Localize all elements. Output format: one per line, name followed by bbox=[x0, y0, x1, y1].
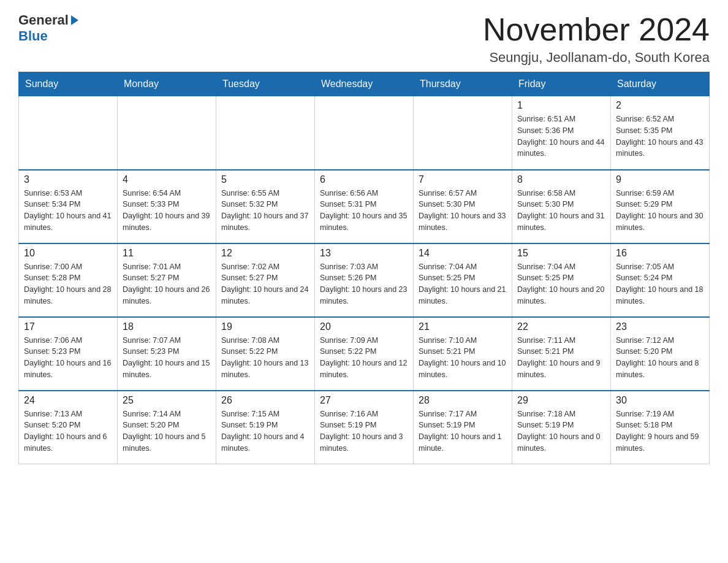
day-sun-info: Sunrise: 6:55 AM Sunset: 5:32 PM Dayligh… bbox=[221, 188, 309, 234]
day-of-week-header: Friday bbox=[512, 72, 611, 96]
logo: General Blue bbox=[18, 12, 78, 44]
day-number: 28 bbox=[419, 395, 507, 406]
calendar-cell: 19Sunrise: 7:08 AM Sunset: 5:22 PM Dayli… bbox=[216, 317, 315, 391]
day-sun-info: Sunrise: 7:15 AM Sunset: 5:19 PM Dayligh… bbox=[221, 408, 309, 454]
logo-arrow-icon bbox=[71, 15, 78, 25]
calendar-cell bbox=[315, 96, 414, 170]
calendar-cell: 22Sunrise: 7:11 AM Sunset: 5:21 PM Dayli… bbox=[512, 317, 611, 391]
day-sun-info: Sunrise: 7:01 AM Sunset: 5:27 PM Dayligh… bbox=[123, 261, 211, 307]
day-number: 18 bbox=[123, 321, 211, 332]
day-number: 2 bbox=[616, 100, 704, 111]
calendar-cell: 17Sunrise: 7:06 AM Sunset: 5:23 PM Dayli… bbox=[19, 317, 118, 391]
calendar-cell: 8Sunrise: 6:58 AM Sunset: 5:30 PM Daylig… bbox=[512, 170, 611, 243]
day-of-week-header: Tuesday bbox=[216, 72, 315, 96]
calendar-header-row: SundayMondayTuesdayWednesdayThursdayFrid… bbox=[19, 72, 710, 96]
day-sun-info: Sunrise: 7:13 AM Sunset: 5:20 PM Dayligh… bbox=[24, 408, 112, 454]
month-title: November 2024 bbox=[483, 12, 710, 47]
day-number: 22 bbox=[517, 321, 605, 332]
logo-text: General bbox=[18, 12, 78, 28]
day-sun-info: Sunrise: 7:00 AM Sunset: 5:28 PM Dayligh… bbox=[24, 261, 112, 307]
day-number: 24 bbox=[24, 395, 112, 406]
day-of-week-header: Saturday bbox=[611, 72, 710, 96]
title-section: November 2024 Seungju, Jeollanam-do, Sou… bbox=[483, 12, 710, 66]
calendar-cell: 26Sunrise: 7:15 AM Sunset: 5:19 PM Dayli… bbox=[216, 391, 315, 464]
day-sun-info: Sunrise: 6:53 AM Sunset: 5:34 PM Dayligh… bbox=[24, 188, 112, 234]
calendar-cell: 30Sunrise: 7:19 AM Sunset: 5:18 PM Dayli… bbox=[611, 391, 710, 464]
calendar-cell: 4Sunrise: 6:54 AM Sunset: 5:33 PM Daylig… bbox=[118, 170, 216, 243]
day-sun-info: Sunrise: 7:12 AM Sunset: 5:20 PM Dayligh… bbox=[616, 335, 704, 381]
day-number: 15 bbox=[517, 248, 605, 259]
day-sun-info: Sunrise: 6:58 AM Sunset: 5:30 PM Dayligh… bbox=[517, 188, 605, 234]
day-sun-info: Sunrise: 6:51 AM Sunset: 5:36 PM Dayligh… bbox=[517, 113, 605, 159]
day-number: 20 bbox=[320, 321, 408, 332]
calendar-cell bbox=[118, 96, 216, 170]
day-sun-info: Sunrise: 7:09 AM Sunset: 5:22 PM Dayligh… bbox=[320, 335, 408, 381]
day-number: 12 bbox=[221, 248, 309, 259]
calendar-cell bbox=[414, 96, 512, 170]
calendar-cell: 23Sunrise: 7:12 AM Sunset: 5:20 PM Dayli… bbox=[611, 317, 710, 391]
calendar-cell: 14Sunrise: 7:04 AM Sunset: 5:25 PM Dayli… bbox=[414, 243, 512, 317]
calendar-cell: 3Sunrise: 6:53 AM Sunset: 5:34 PM Daylig… bbox=[19, 170, 118, 243]
day-sun-info: Sunrise: 6:52 AM Sunset: 5:35 PM Dayligh… bbox=[616, 113, 704, 159]
day-number: 3 bbox=[24, 174, 112, 185]
calendar-table: SundayMondayTuesdayWednesdayThursdayFrid… bbox=[18, 72, 710, 464]
day-sun-info: Sunrise: 7:19 AM Sunset: 5:18 PM Dayligh… bbox=[616, 408, 704, 454]
calendar-week-row: 1Sunrise: 6:51 AM Sunset: 5:36 PM Daylig… bbox=[19, 96, 710, 170]
day-number: 23 bbox=[616, 321, 704, 332]
day-sun-info: Sunrise: 7:03 AM Sunset: 5:26 PM Dayligh… bbox=[320, 261, 408, 307]
day-number: 7 bbox=[419, 174, 507, 185]
day-number: 4 bbox=[123, 174, 211, 185]
day-sun-info: Sunrise: 7:04 AM Sunset: 5:25 PM Dayligh… bbox=[517, 261, 605, 307]
calendar-cell: 21Sunrise: 7:10 AM Sunset: 5:21 PM Dayli… bbox=[414, 317, 512, 391]
calendar-cell: 10Sunrise: 7:00 AM Sunset: 5:28 PM Dayli… bbox=[19, 243, 118, 317]
page-header: General Blue November 2024 Seungju, Jeol… bbox=[18, 12, 710, 66]
day-number: 13 bbox=[320, 248, 408, 259]
location-title: Seungju, Jeollanam-do, South Korea bbox=[483, 50, 710, 66]
day-number: 30 bbox=[616, 395, 704, 406]
calendar-cell: 24Sunrise: 7:13 AM Sunset: 5:20 PM Dayli… bbox=[19, 391, 118, 464]
calendar-week-row: 3Sunrise: 6:53 AM Sunset: 5:34 PM Daylig… bbox=[19, 170, 710, 243]
day-number: 17 bbox=[24, 321, 112, 332]
calendar-week-row: 17Sunrise: 7:06 AM Sunset: 5:23 PM Dayli… bbox=[19, 317, 710, 391]
day-number: 21 bbox=[419, 321, 507, 332]
calendar-week-row: 10Sunrise: 7:00 AM Sunset: 5:28 PM Dayli… bbox=[19, 243, 710, 317]
day-of-week-header: Monday bbox=[118, 72, 216, 96]
day-of-week-header: Thursday bbox=[414, 72, 512, 96]
logo-blue-label: Blue bbox=[18, 28, 48, 44]
calendar-cell: 16Sunrise: 7:05 AM Sunset: 5:24 PM Dayli… bbox=[611, 243, 710, 317]
day-number: 6 bbox=[320, 174, 408, 185]
day-sun-info: Sunrise: 7:14 AM Sunset: 5:20 PM Dayligh… bbox=[123, 408, 211, 454]
day-number: 19 bbox=[221, 321, 309, 332]
day-sun-info: Sunrise: 7:04 AM Sunset: 5:25 PM Dayligh… bbox=[419, 261, 507, 307]
day-sun-info: Sunrise: 7:02 AM Sunset: 5:27 PM Dayligh… bbox=[221, 261, 309, 307]
day-number: 25 bbox=[123, 395, 211, 406]
calendar-cell: 11Sunrise: 7:01 AM Sunset: 5:27 PM Dayli… bbox=[118, 243, 216, 317]
calendar-cell: 2Sunrise: 6:52 AM Sunset: 5:35 PM Daylig… bbox=[611, 96, 710, 170]
day-sun-info: Sunrise: 7:18 AM Sunset: 5:19 PM Dayligh… bbox=[517, 408, 605, 454]
day-sun-info: Sunrise: 7:06 AM Sunset: 5:23 PM Dayligh… bbox=[24, 335, 112, 381]
day-sun-info: Sunrise: 7:07 AM Sunset: 5:23 PM Dayligh… bbox=[123, 335, 211, 381]
day-sun-info: Sunrise: 7:05 AM Sunset: 5:24 PM Dayligh… bbox=[616, 261, 704, 307]
day-sun-info: Sunrise: 6:57 AM Sunset: 5:30 PM Dayligh… bbox=[419, 188, 507, 234]
day-number: 8 bbox=[517, 174, 605, 185]
day-sun-info: Sunrise: 7:17 AM Sunset: 5:19 PM Dayligh… bbox=[419, 408, 507, 454]
calendar-cell: 7Sunrise: 6:57 AM Sunset: 5:30 PM Daylig… bbox=[414, 170, 512, 243]
logo-blue-text: Blue bbox=[18, 28, 48, 44]
calendar-cell: 1Sunrise: 6:51 AM Sunset: 5:36 PM Daylig… bbox=[512, 96, 611, 170]
day-sun-info: Sunrise: 7:08 AM Sunset: 5:22 PM Dayligh… bbox=[221, 335, 309, 381]
day-sun-info: Sunrise: 6:59 AM Sunset: 5:29 PM Dayligh… bbox=[616, 188, 704, 234]
day-number: 1 bbox=[517, 100, 605, 111]
day-number: 5 bbox=[221, 174, 309, 185]
calendar-cell: 25Sunrise: 7:14 AM Sunset: 5:20 PM Dayli… bbox=[118, 391, 216, 464]
day-of-week-header: Sunday bbox=[19, 72, 118, 96]
calendar-cell: 5Sunrise: 6:55 AM Sunset: 5:32 PM Daylig… bbox=[216, 170, 315, 243]
calendar-cell: 6Sunrise: 6:56 AM Sunset: 5:31 PM Daylig… bbox=[315, 170, 414, 243]
logo-general-text: General bbox=[18, 12, 69, 28]
day-sun-info: Sunrise: 7:16 AM Sunset: 5:19 PM Dayligh… bbox=[320, 408, 408, 454]
calendar-cell: 29Sunrise: 7:18 AM Sunset: 5:19 PM Dayli… bbox=[512, 391, 611, 464]
day-of-week-header: Wednesday bbox=[315, 72, 414, 96]
day-number: 11 bbox=[123, 248, 211, 259]
calendar-cell: 12Sunrise: 7:02 AM Sunset: 5:27 PM Dayli… bbox=[216, 243, 315, 317]
calendar-week-row: 24Sunrise: 7:13 AM Sunset: 5:20 PM Dayli… bbox=[19, 391, 710, 464]
calendar-cell bbox=[19, 96, 118, 170]
